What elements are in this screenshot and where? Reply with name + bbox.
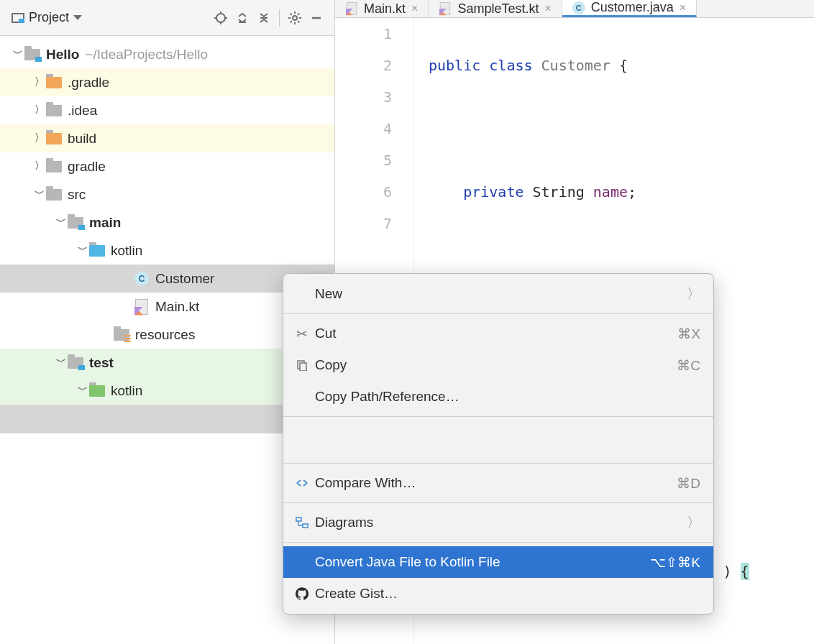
project-icon (12, 13, 24, 23)
svg-line-10 (291, 13, 292, 14)
editor-tabs: Main.kt × SampleTest.kt × C Customer.jav… (335, 0, 814, 18)
tree-root[interactable]: Hello ~/IdeaProjects/Hello (0, 40, 334, 68)
tree-label: kotlin (111, 383, 142, 399)
source-folder-icon (89, 245, 105, 257)
module-icon (68, 357, 83, 369)
svg-line-11 (298, 21, 299, 22)
tree-label: src (68, 187, 86, 203)
close-icon[interactable]: × (680, 1, 686, 14)
svg-point-5 (293, 16, 297, 20)
shortcut: ⌘D (677, 475, 700, 492)
project-selector[interactable]: Project (7, 9, 86, 27)
tree-node-idea[interactable]: .idea (0, 96, 334, 124)
chevron-right-icon: 〉 (687, 513, 700, 532)
folder-icon (46, 161, 62, 172)
context-menu: New 〉 ✂ Cut ⌘X Copy ⌘C Copy Path/Referen… (283, 273, 714, 615)
kotlin-file-icon (135, 299, 148, 315)
resources-folder-icon (114, 329, 129, 341)
menu-label: Copy Path/Reference… (312, 389, 700, 405)
tree-label: Hello (46, 47, 79, 63)
menu-create-gist[interactable]: Create Gist… (283, 578, 713, 610)
menu-compare[interactable]: Compare With… ⌘D (283, 467, 713, 499)
menu-label: Diagrams (312, 515, 687, 530)
shortcut: ⌘X (677, 326, 700, 342)
menu-label: Create Gist… (312, 586, 700, 602)
menu-label: Copy (312, 357, 677, 373)
expand-all-icon[interactable] (232, 7, 253, 29)
menu-label: Compare With… (312, 475, 677, 491)
compare-icon (292, 477, 312, 489)
shortcut: ⌥⇧⌘K (650, 554, 700, 571)
tree-node-kotlin-main[interactable]: kotlin (0, 236, 334, 264)
kotlin-file-icon (440, 2, 450, 15)
tree-node-gradle[interactable]: gradle (0, 152, 334, 180)
folder-icon (46, 133, 62, 144)
line-num: 2 (335, 50, 392, 81)
tree-label: test (89, 355, 114, 371)
tree-label: main (89, 215, 121, 231)
github-icon (292, 587, 312, 600)
svg-line-12 (291, 21, 292, 22)
line-num: 5 (335, 144, 392, 176)
tree-label: resources (135, 327, 195, 343)
tree-label: .gradle (68, 75, 109, 91)
menu-new[interactable]: New 〉 (283, 278, 713, 310)
gear-icon[interactable] (284, 7, 306, 29)
svg-rect-16 (300, 363, 306, 371)
java-class-icon: C (572, 1, 585, 14)
diagram-icon (292, 517, 312, 528)
tree-node-build[interactable]: build (0, 124, 334, 152)
tree-label: Customer (155, 271, 214, 287)
minimize-icon[interactable] (306, 7, 327, 29)
menu-convert-kotlin[interactable]: Convert Java File to Kotlin File ⌥⇧⌘K (283, 546, 713, 578)
tree-path: ~/IdeaProjects/Hello (85, 47, 208, 63)
scissors-icon: ✂ (292, 326, 312, 342)
close-icon[interactable]: × (544, 2, 551, 15)
tab-label: Main.kt (364, 1, 406, 17)
tree-label: build (68, 131, 96, 147)
shortcut: ⌘C (677, 357, 700, 374)
svg-line-13 (298, 13, 299, 14)
line-num: 3 (335, 81, 392, 113)
tree-label: kotlin (111, 243, 142, 259)
chevron-right-icon: 〉 (687, 285, 700, 303)
tab-customer-java[interactable]: C Customer.java × (562, 0, 697, 17)
tab-sampletest-kt[interactable]: SampleTest.kt × (429, 0, 562, 17)
svg-point-0 (216, 14, 225, 22)
tab-label: SampleTest.kt (457, 1, 539, 17)
close-icon[interactable]: × (411, 2, 418, 15)
module-icon (24, 49, 40, 60)
tab-main-kt[interactable]: Main.kt × (335, 0, 429, 17)
folder-icon (46, 189, 62, 201)
module-icon (68, 217, 83, 229)
locate-icon[interactable] (210, 7, 232, 29)
folder-icon (46, 77, 62, 88)
line-num: 7 (335, 208, 392, 239)
menu-diagrams[interactable]: Diagrams 〉 (283, 507, 713, 538)
menu-cut[interactable]: ✂ Cut ⌘X (283, 318, 713, 349)
tree-node-gradle-dot[interactable]: .gradle (0, 68, 334, 96)
kotlin-file-icon (347, 2, 357, 15)
menu-label: Convert Java File to Kotlin File (312, 554, 650, 570)
menu-copy[interactable]: Copy ⌘C (283, 349, 713, 381)
copy-icon (292, 359, 312, 371)
project-toolbar: Project (0, 0, 334, 36)
collapse-all-icon[interactable] (253, 7, 275, 29)
line-num: 1 (335, 18, 392, 50)
line-num: 4 (335, 113, 392, 144)
java-class-icon: C (134, 272, 149, 286)
tree-label: .idea (68, 103, 97, 119)
tree-label: gradle (68, 159, 106, 175)
project-label: Project (29, 10, 69, 25)
svg-rect-18 (303, 524, 308, 528)
menu-copy-path[interactable]: Copy Path/Reference… (283, 381, 713, 413)
line-num: 6 (335, 176, 392, 208)
tree-node-src[interactable]: src (0, 180, 334, 208)
chevron-down-icon (73, 15, 82, 20)
test-folder-icon (89, 385, 105, 397)
folder-icon (46, 105, 62, 116)
menu-label: Cut (312, 326, 677, 341)
tree-node-main[interactable]: main (0, 208, 334, 236)
menu-label: New (312, 286, 687, 302)
svg-rect-17 (296, 518, 301, 521)
